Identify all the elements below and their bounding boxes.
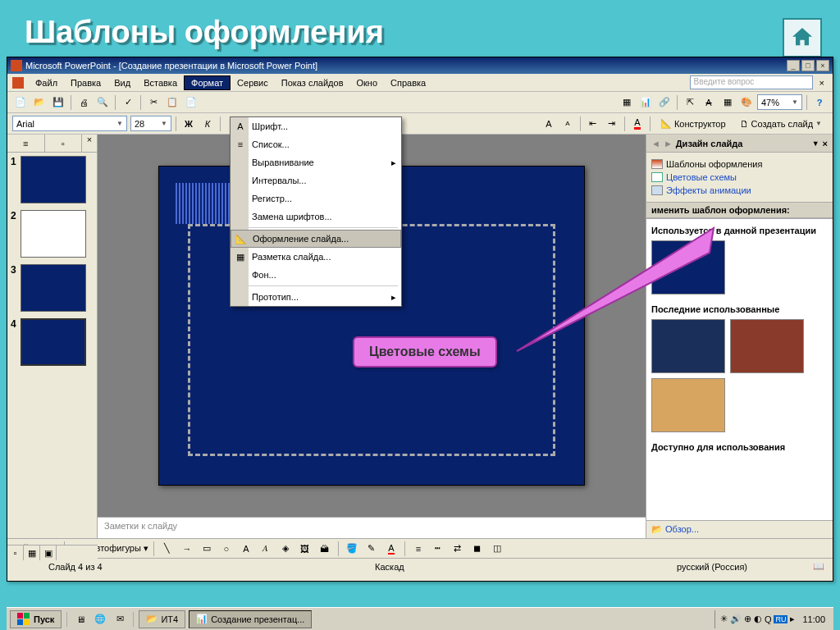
menu-item-background[interactable]: Фон...	[231, 266, 401, 284]
sorter-view-button[interactable]: ▦	[24, 546, 40, 560]
taskbar-folder[interactable]: 📂ИТ4	[139, 610, 185, 628]
clipart-icon[interactable]: 🖼	[297, 541, 313, 557]
new-icon[interactable]: 📄	[12, 94, 29, 111]
italic-icon[interactable]: К	[199, 116, 216, 132]
arrow-style-icon[interactable]: ⇄	[450, 541, 466, 557]
tray-icon-1[interactable]: ✳	[720, 614, 728, 624]
tray-icon-3[interactable]: ⊕	[744, 614, 751, 624]
quick-outlook-icon[interactable]: ✉	[112, 611, 128, 628]
font-size-select[interactable]: 28▼	[130, 116, 171, 131]
menu-view[interactable]: Вид	[107, 76, 137, 89]
taskpane-close-button[interactable]: ×	[823, 139, 828, 148]
copy-icon[interactable]: 📋	[164, 94, 180, 111]
save-icon[interactable]: 💾	[50, 94, 66, 111]
decrease-font-icon[interactable]: A	[559, 116, 576, 132]
lang-indicator[interactable]: RU	[774, 615, 788, 623]
template-recent-2[interactable]	[730, 319, 804, 373]
zoom-select[interactable]: 47%▼	[757, 94, 802, 110]
menu-item-slide-design[interactable]: 📐Оформление слайда...	[231, 230, 401, 248]
menu-item-interval[interactable]: Интервалы...	[231, 171, 401, 189]
cut-icon[interactable]: ✂	[145, 94, 162, 111]
thumb-3[interactable]	[21, 264, 86, 312]
control-box-icon[interactable]	[12, 77, 24, 89]
menu-format[interactable]: Формат	[184, 75, 231, 90]
tray-icon-5[interactable]: Q	[765, 614, 772, 624]
link-animation[interactable]: Эффекты анимации	[651, 184, 828, 197]
thumb-2[interactable]	[21, 210, 86, 258]
menu-item-replace-font[interactable]: Замена шрифтов...	[231, 208, 401, 226]
font-color-icon-2[interactable]: A	[383, 541, 399, 557]
normal-view-button[interactable]: ▫	[7, 546, 24, 560]
menu-item-list[interactable]: ≡Список...	[231, 135, 401, 153]
minimize-button[interactable]: _	[787, 60, 800, 71]
slideshow-view-button[interactable]: ▣	[40, 546, 57, 560]
increase-font-icon[interactable]: A	[541, 116, 557, 132]
shadow-icon[interactable]: ◼	[469, 541, 486, 557]
notes-pane[interactable]: Заметки к слайду	[98, 517, 646, 538]
start-button[interactable]: Пуск	[10, 610, 62, 628]
oval-icon[interactable]: ○	[218, 541, 235, 557]
menu-file[interactable]: Файл	[29, 76, 64, 89]
thumb-4[interactable]	[21, 318, 86, 366]
wordart-icon[interactable]: 𝐴	[258, 541, 274, 557]
menu-window[interactable]: Окно	[350, 76, 385, 89]
link-design-templates[interactable]: Шаблоны оформления	[651, 158, 828, 171]
thumb-1[interactable]	[21, 156, 86, 203]
help-search-input[interactable]: Введите вопрос	[690, 75, 813, 89]
spellcheck-status-icon[interactable]: 📖	[813, 561, 824, 572]
3d-icon[interactable]: ◫	[489, 541, 505, 557]
line-color-icon[interactable]: ✎	[363, 541, 380, 557]
paste-icon[interactable]: 📄	[183, 94, 199, 111]
table-icon[interactable]: ▦	[619, 94, 635, 111]
preview-icon[interactable]: 🔍	[94, 94, 111, 111]
help-icon[interactable]: ?	[811, 94, 828, 111]
demote-icon[interactable]: ⇥	[604, 116, 620, 132]
show-format-icon[interactable]: A	[701, 94, 717, 111]
fill-color-icon[interactable]: 🪣	[344, 541, 360, 557]
promote-icon[interactable]: ⇤	[585, 116, 601, 132]
spell-icon[interactable]: ✓	[120, 94, 136, 111]
clock[interactable]: 11:00	[797, 614, 825, 624]
tray-icon-6[interactable]: ▸	[790, 614, 795, 624]
menu-item-font[interactable]: AШрифт...	[231, 117, 401, 135]
back-icon[interactable]: ◄	[651, 139, 660, 148]
menu-edit[interactable]: Правка	[64, 76, 107, 89]
taskbar-powerpoint[interactable]: 📊Создание презентац...	[189, 610, 312, 628]
menu-help[interactable]: Справка	[384, 76, 432, 89]
menu-slideshow[interactable]: Показ слайдов	[275, 76, 350, 89]
grid-icon[interactable]: ▦	[719, 94, 736, 111]
menu-item-slide-layout[interactable]: ▦Разметка слайда...	[231, 248, 401, 266]
slides-tab[interactable]: ▫	[45, 135, 83, 152]
line-style-icon[interactable]: ≡	[410, 541, 427, 557]
link-color-schemes[interactable]: Цветовые схемы	[651, 171, 828, 184]
browse-link[interactable]: Обзор...	[665, 524, 699, 534]
rect-icon[interactable]: ▭	[199, 541, 215, 557]
tray-icon-4[interactable]: ◐	[754, 614, 762, 624]
quick-desktop-icon[interactable]: 🖥	[72, 611, 89, 628]
dash-style-icon[interactable]: ┅	[430, 541, 446, 557]
diagram-icon[interactable]: ◈	[277, 541, 294, 557]
autoshapes-menu[interactable]: Автофигуры ▾	[89, 543, 148, 554]
quick-ie-icon[interactable]: 🌐	[92, 611, 108, 628]
menu-insert[interactable]: Вставка	[137, 76, 184, 89]
tray-icon-2[interactable]: 🔊	[730, 614, 742, 624]
designer-button[interactable]: 📐Конструктор	[655, 116, 732, 132]
doc-close-button[interactable]: ×	[816, 78, 828, 88]
home-button[interactable]	[783, 18, 822, 57]
menu-item-prototype[interactable]: Прототип...▸	[231, 288, 401, 306]
line-icon[interactable]: ╲	[159, 541, 176, 557]
print-icon[interactable]: 🖨	[75, 94, 92, 111]
outline-tab[interactable]: ≡	[7, 135, 45, 152]
bold-icon[interactable]: Ж	[180, 116, 197, 132]
taskpane-dropdown-icon[interactable]: ▼	[812, 139, 819, 148]
fwd-icon[interactable]: ►	[664, 139, 673, 148]
pane-close-button[interactable]: ×	[82, 135, 97, 152]
open-icon[interactable]: 📂	[31, 94, 48, 111]
expand-icon[interactable]: ⇱	[682, 94, 698, 111]
textbox-icon[interactable]: A	[238, 541, 254, 557]
org-icon[interactable]: 🔗	[656, 94, 673, 111]
color-icon[interactable]: 🎨	[738, 94, 755, 111]
font-name-select[interactable]: Arial▼	[12, 116, 127, 131]
chart-icon[interactable]: 📊	[637, 94, 654, 111]
menu-tools[interactable]: Сервис	[231, 76, 275, 89]
